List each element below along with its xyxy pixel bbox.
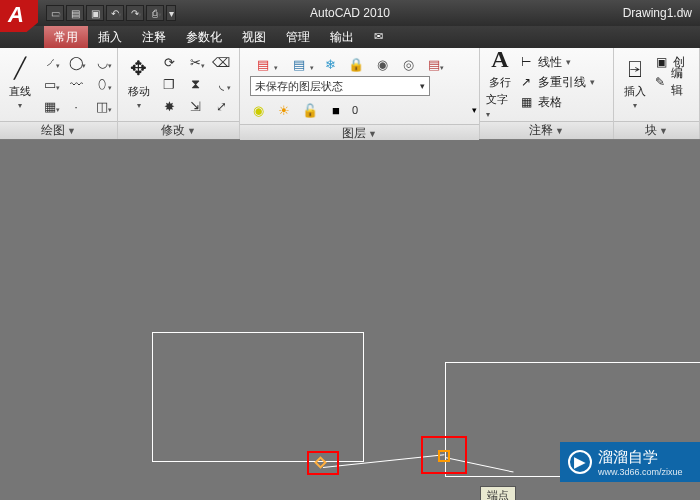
chevron-down-icon: ▾ xyxy=(420,81,425,91)
fillet-icon[interactable]: ◟ xyxy=(209,74,233,94)
panel-block-title[interactable]: 块▼ xyxy=(614,121,699,139)
create-icon: ▣ xyxy=(653,55,669,69)
tab-manage[interactable]: 管理 xyxy=(276,26,320,48)
mtext-label-top: 多行 xyxy=(489,75,511,90)
chevron-down-icon: ▾ xyxy=(472,105,477,115)
panel-draw: ╱ 直线 ▾ ⟋ ◯ ◡ ▭ 〰 ⬯ ▦ ∙ ◫ 绘图▼ xyxy=(0,48,118,139)
layer-iso-icon[interactable]: ◎ xyxy=(396,54,420,74)
layer-lock2-icon[interactable]: 🔓 xyxy=(298,100,322,120)
open-icon[interactable]: ▤ xyxy=(66,5,84,21)
scale-icon[interactable]: ⤢ xyxy=(209,96,233,116)
redo-icon[interactable]: ↷ xyxy=(126,5,144,21)
block-edit-label: 编辑 xyxy=(671,65,693,99)
ribbon: ╱ 直线 ▾ ⟋ ◯ ◡ ▭ 〰 ⬯ ▦ ∙ ◫ 绘图▼ ✥ 移动 ▾ xyxy=(0,48,700,140)
app-title: AutoCAD 2010 xyxy=(310,6,390,20)
insert-block-icon: ⍈ xyxy=(621,54,649,82)
table-icon: ▦ xyxy=(518,95,534,109)
panel-modify-title[interactable]: 修改▼ xyxy=(118,121,239,139)
draw-tools-grid: ⟋ ◯ ◡ ▭ 〰 ⬯ ▦ ∙ ◫ xyxy=(38,52,114,116)
layer-state-text: 未保存的图层状态 xyxy=(255,79,343,94)
linetype-label: 线性 xyxy=(538,54,562,71)
panel-layer: ▤ ▤ ❄ 🔒 ◉ ◎ ▤ 未保存的图层状态 ▾ ◉ ☀ 🔓 ■ 0 ▾ xyxy=(240,48,480,139)
edit-icon: ✎ xyxy=(653,75,667,89)
table-label: 表格 xyxy=(538,94,562,111)
line-label: 直线 xyxy=(9,84,31,99)
layer-more-icon[interactable]: ▤ xyxy=(422,54,446,74)
layer-sun-icon[interactable]: ☀ xyxy=(272,100,296,120)
layer-state-combo[interactable]: 未保存的图层状态 ▾ xyxy=(250,76,430,96)
layer-lock-icon[interactable]: 🔒 xyxy=(344,54,368,74)
block-edit-button[interactable]: ✎ 编辑 xyxy=(653,72,693,92)
line-icon: ╱ xyxy=(6,54,34,82)
tab-home[interactable]: 常用 xyxy=(44,26,88,48)
move-button[interactable]: ✥ 移动 ▾ xyxy=(124,52,153,112)
rotate-icon[interactable]: ⟳ xyxy=(157,52,181,72)
circle-icon[interactable]: ◯ xyxy=(64,52,88,72)
watermark-url: www.3d66.com/zixue xyxy=(598,467,683,477)
watermark: ▶ 溜溜自学 www.3d66.com/zixue xyxy=(560,442,700,482)
modify-tools-grid: ⟳ ✂ ⌫ ❐ ⧗ ◟ ✸ ⇲ ⤢ xyxy=(157,52,233,116)
dim-linear-icon: ⊢ xyxy=(518,55,534,69)
panel-block: ⍈ 插入 ▾ ▣ 创 ✎ 编辑 块▼ xyxy=(614,48,700,139)
layer-freeze-icon[interactable]: ❄ xyxy=(318,54,342,74)
rectangle-icon[interactable]: ▭ xyxy=(38,74,62,94)
arc-icon[interactable]: ◡ xyxy=(90,52,114,72)
panel-draw-title[interactable]: 绘图▼ xyxy=(0,121,117,139)
hatch-icon[interactable]: ▦ xyxy=(38,96,62,116)
text-icon: A xyxy=(486,46,514,73)
drawing-canvas[interactable]: 端点 ▶ 溜溜自学 www.3d66.com/zixue xyxy=(0,140,700,500)
tab-parametric[interactable]: 参数化 xyxy=(176,26,232,48)
panel-modify: ✥ 移动 ▾ ⟳ ✂ ⌫ ❐ ⧗ ◟ ✸ ⇲ ⤢ 修改▼ xyxy=(118,48,240,139)
move-icon: ✥ xyxy=(125,54,153,82)
polyline-icon[interactable]: ⟋ xyxy=(38,52,62,72)
undo-icon[interactable]: ↶ xyxy=(106,5,124,21)
copy-icon[interactable]: ❐ xyxy=(157,74,181,94)
endpoint-snap-icon xyxy=(438,450,450,462)
layer-state-icon[interactable]: ▤ xyxy=(282,54,316,74)
panel-annotate: A 多行 文字 ▾ ⊢ 线性 ▾ ↗ 多重引线 ▾ ▦ 表格 xyxy=(480,48,614,139)
ribbon-tabs: 常用 插入 注释 参数化 视图 管理 输出 ✉ xyxy=(0,26,700,48)
mirror-icon[interactable]: ⧗ xyxy=(183,74,207,94)
point-icon[interactable]: ∙ xyxy=(64,96,88,116)
layer-color-icon[interactable]: ■ xyxy=(324,100,348,120)
document-title: Drawing1.dw xyxy=(623,6,692,20)
tab-output[interactable]: 输出 xyxy=(320,26,364,48)
print-icon[interactable]: ⎙ xyxy=(146,5,164,21)
watermark-brand: 溜溜自学 xyxy=(598,448,658,465)
tab-mail[interactable]: ✉ xyxy=(364,26,393,48)
qat-dropdown-icon[interactable]: ▾ xyxy=(166,5,176,21)
layer-off-icon[interactable]: ◉ xyxy=(370,54,394,74)
move-label: 移动 xyxy=(128,84,150,99)
panel-annotate-title[interactable]: 注释▼ xyxy=(480,121,613,139)
layer-prop-icon[interactable]: ▤ xyxy=(246,54,280,74)
new-icon[interactable]: ▭ xyxy=(46,5,64,21)
erase-icon[interactable]: ⌫ xyxy=(209,52,233,72)
current-layer-name: 0 xyxy=(352,104,358,116)
spline-icon[interactable]: 〰 xyxy=(64,74,88,94)
tab-annotate[interactable]: 注释 xyxy=(132,26,176,48)
quick-access-toolbar: ▭ ▤ ▣ ↶ ↷ ⎙ ▾ xyxy=(46,5,176,21)
block-tools: ▣ 创 ✎ 编辑 xyxy=(653,52,693,92)
insert-block-button[interactable]: ⍈ 插入 ▾ xyxy=(620,52,649,112)
region-icon[interactable]: ◫ xyxy=(90,96,114,116)
tab-view[interactable]: 视图 xyxy=(232,26,276,48)
snap-tooltip: 端点 xyxy=(480,486,516,500)
ellipse-icon[interactable]: ⬯ xyxy=(90,74,114,94)
table-button[interactable]: ▦ 表格 xyxy=(518,92,618,112)
mtext-button[interactable]: A 多行 文字 ▾ xyxy=(486,52,514,112)
multileader-button[interactable]: ↗ 多重引线 ▾ xyxy=(518,72,618,92)
trim-icon[interactable]: ✂ xyxy=(183,52,207,72)
layer-bulb-icon[interactable]: ◉ xyxy=(246,100,270,120)
stretch-icon[interactable]: ⇲ xyxy=(183,96,207,116)
linetype-button[interactable]: ⊢ 线性 ▾ xyxy=(518,52,618,72)
explode-icon[interactable]: ✸ xyxy=(157,96,181,116)
tab-insert[interactable]: 插入 xyxy=(88,26,132,48)
line-button[interactable]: ╱ 直线 ▾ xyxy=(6,52,34,112)
titlebar: ▭ ▤ ▣ ↶ ↷ ⎙ ▾ AutoCAD 2010 Drawing1.dw xyxy=(0,0,700,26)
mail-icon: ✉ xyxy=(374,30,383,42)
play-icon: ▶ xyxy=(568,450,592,474)
leader-icon: ↗ xyxy=(518,75,534,89)
annotate-list: ⊢ 线性 ▾ ↗ 多重引线 ▾ ▦ 表格 xyxy=(518,52,618,112)
save-icon[interactable]: ▣ xyxy=(86,5,104,21)
multileader-label: 多重引线 xyxy=(538,74,586,91)
